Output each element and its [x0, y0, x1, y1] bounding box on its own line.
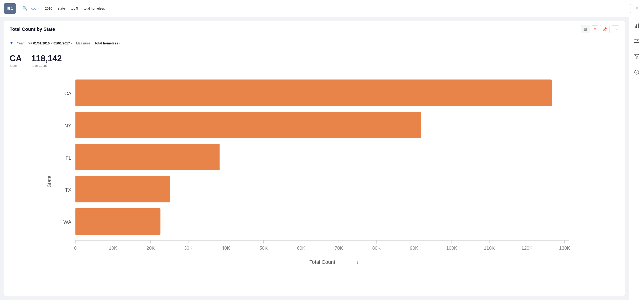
- xtick-80k: 80K: [372, 246, 381, 251]
- year-chevron-icon: ▾: [71, 42, 72, 45]
- measures-filter-label: Measures:: [76, 42, 91, 45]
- x-axis-label: Total Count: [310, 259, 336, 265]
- table-icon: ▦: [583, 27, 587, 32]
- year-filter-value[interactable]: >= 01/01/2016 < 01/01/2017 ▾: [28, 42, 72, 45]
- count-label: Total Count: [31, 64, 62, 68]
- bar-fl: [76, 144, 220, 170]
- label-ny: NY: [64, 123, 72, 128]
- year-filter-label: Year:: [17, 42, 25, 45]
- xtick-60k: 60K: [297, 246, 305, 251]
- chart-panel: Total Count by State ▦ ≡ 📌 ···: [4, 21, 625, 296]
- token-state[interactable]: state: [56, 6, 67, 11]
- bar-tx: [76, 176, 170, 203]
- sort-desc-icon[interactable]: ↓: [356, 259, 359, 265]
- label-ca: CA: [64, 90, 72, 96]
- right-panel: i: [629, 17, 644, 300]
- pin-icon: 📌: [602, 27, 607, 32]
- xtick-100k: 100K: [446, 246, 457, 251]
- filter-sort-button[interactable]: ≡: [591, 26, 598, 34]
- bar-ca: [76, 80, 552, 106]
- table-view-button[interactable]: ▦: [581, 25, 590, 34]
- db-badge[interactable]: 🗄 1: [4, 3, 16, 14]
- state-summary: CA State: [10, 54, 22, 68]
- svg-rect-2: [638, 24, 639, 28]
- chart-wrapper: State CA NY FL: [4, 69, 625, 296]
- xtick-90k: 90K: [410, 246, 418, 251]
- bar-chart-icon[interactable]: [632, 21, 642, 30]
- svg-rect-0: [634, 26, 636, 28]
- y-axis-label: State: [46, 176, 52, 188]
- badge-count: 1: [11, 6, 13, 10]
- xtick-70k: 70K: [335, 246, 343, 251]
- token-count[interactable]: count: [30, 6, 41, 11]
- label-tx: TX: [65, 187, 72, 193]
- count-value: 118,142: [31, 54, 62, 64]
- token-top5[interactable]: top 5: [69, 6, 80, 11]
- label-fl: FL: [66, 155, 72, 161]
- filter-lines-panel-icon[interactable]: [632, 36, 642, 46]
- measures-chevron-icon: ▾: [119, 42, 120, 45]
- xtick-20k: 20K: [146, 246, 155, 251]
- xtick-120k: 120K: [522, 246, 532, 251]
- filter-row: ▼ Year: >= 01/01/2016 < 01/01/2017 ▾ Mea…: [4, 38, 625, 49]
- count-summary: 118,142 Total Count: [31, 54, 62, 68]
- bar-chart-svg: State CA NY FL: [10, 72, 619, 291]
- summary-row: CA State 118,142 Total Count: [4, 49, 625, 69]
- search-input-area[interactable]: 🔍 count 2016 state top 5 total homeless: [19, 4, 631, 13]
- chart-toolbar: ▦ ≡ 📌 ···: [581, 25, 619, 34]
- measures-filter-value[interactable]: total homeless ▾: [95, 42, 120, 45]
- state-label: State: [10, 64, 22, 68]
- filter-sort-icon: ≡: [594, 27, 596, 32]
- search-bar: 🗄 1 🔍 count 2016 state top 5 total homel…: [0, 0, 644, 17]
- close-button[interactable]: ×: [634, 5, 640, 12]
- xtick-10k: 10K: [109, 246, 117, 251]
- chart-title: Total Count by State: [10, 26, 55, 32]
- search-icon: 🔍: [22, 6, 28, 11]
- state-value: CA: [10, 54, 22, 64]
- svg-rect-1: [636, 24, 637, 28]
- xtick-110k: 110K: [484, 246, 495, 251]
- chart-header: Total Count by State ▦ ≡ 📌 ···: [4, 21, 625, 38]
- pin-button[interactable]: 📌: [600, 25, 610, 34]
- svg-text:i: i: [636, 70, 637, 74]
- xtick-0: 0: [74, 246, 76, 251]
- token-year[interactable]: 2016: [43, 6, 54, 11]
- more-icon: ···: [614, 27, 617, 32]
- bar-wa: [76, 208, 160, 235]
- xtick-40k: 40K: [222, 246, 230, 251]
- xtick-30k: 30K: [184, 246, 192, 251]
- funnel-panel-icon[interactable]: [632, 52, 642, 62]
- db-icon: 🗄: [7, 6, 10, 10]
- xtick-50k: 50K: [259, 246, 268, 251]
- xtick-130k: 130K: [559, 246, 570, 251]
- token-measure[interactable]: total homeless: [82, 6, 107, 11]
- more-options-button[interactable]: ···: [611, 26, 619, 34]
- filter-funnel-icon: ▼: [10, 41, 14, 46]
- info-panel-icon[interactable]: i: [632, 67, 642, 77]
- label-wa: WA: [64, 219, 72, 225]
- bar-ny: [76, 112, 421, 138]
